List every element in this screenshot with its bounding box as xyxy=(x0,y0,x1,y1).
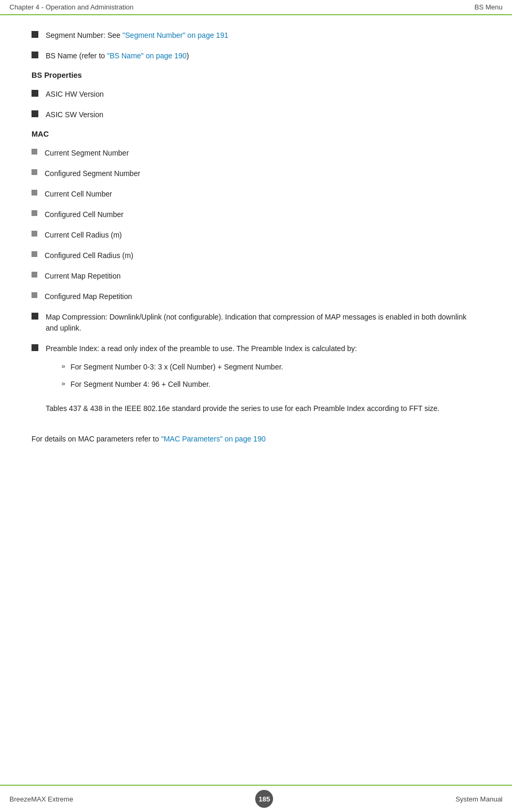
sub-bullet-text: For Segment Number 4: 96 + Cell Number. xyxy=(70,379,211,390)
arrow-icon: » xyxy=(61,362,65,370)
list-item: ASIC HW Version xyxy=(32,89,480,100)
bullet-icon xyxy=(32,272,37,277)
bullet-icon xyxy=(32,149,37,155)
header-right: BS Menu xyxy=(475,3,503,11)
list-item: Configured Map Repetition xyxy=(32,291,480,302)
list-item: Current Cell Radius (m) xyxy=(32,230,480,241)
list-item: Current Segment Number xyxy=(32,148,480,159)
bullet-text: Configured Map Repetition xyxy=(45,291,132,302)
mac-refer-paragraph: For details on MAC parameters refer to "… xyxy=(32,433,480,445)
list-item: Preamble Index: a read only index of the… xyxy=(32,343,480,424)
mac-refer-link[interactable]: "MAC Parameters" on page 190 xyxy=(161,435,266,443)
header-bar: Chapter 4 - Operation and Administration… xyxy=(0,0,512,15)
bullet-icon xyxy=(32,31,38,38)
header-left: Chapter 4 - Operation and Administration xyxy=(9,3,133,11)
bullet-icon xyxy=(32,210,37,216)
segment-number-text-before: Segment Number: See xyxy=(46,31,122,39)
bullet-icon xyxy=(32,231,37,237)
footer-bar: BreezeMAX Extreme 185 System Manual xyxy=(0,785,512,812)
bullet-text: Configured Segment Number xyxy=(45,168,140,179)
bullet-icon xyxy=(32,52,38,58)
bullet-icon xyxy=(32,110,38,117)
list-item: Segment Number: See "Segment Number" on … xyxy=(32,30,480,41)
list-item: BS Name (refer to "BS Name" on page 190) xyxy=(32,50,480,61)
bullet-text: Configured Cell Radius (m) xyxy=(45,250,133,261)
bullet-text: Segment Number: See "Segment Number" on … xyxy=(46,30,228,41)
bullet-text: Current Cell Radius (m) xyxy=(45,230,122,241)
bullet-icon xyxy=(32,344,38,351)
sub-list-item: » For Segment Number 4: 96 + Cell Number… xyxy=(46,379,440,390)
list-item: Current Cell Number xyxy=(32,189,480,200)
list-item: Current Map Repetition xyxy=(32,271,480,282)
bullet-text: Configured Cell Number xyxy=(45,209,123,220)
list-item: ASIC SW Version xyxy=(32,109,480,120)
bullet-text: Map Compression: Downlink/Uplink (not co… xyxy=(46,312,480,334)
bullet-icon xyxy=(32,169,37,175)
bullet-icon xyxy=(32,190,37,196)
bullet-text: Preamble Index: a read only index of the… xyxy=(46,343,440,354)
list-item: Configured Cell Number xyxy=(32,209,480,220)
footer-right: System Manual xyxy=(455,795,503,803)
preamble-paragraph: Tables 437 & 438 in the IEEE 802.16e sta… xyxy=(46,403,440,414)
bullet-text: ASIC HW Version xyxy=(46,89,103,100)
sub-bullet-text: For Segment Number 0-3: 3 x (Cell Number… xyxy=(70,362,283,373)
bs-name-link[interactable]: "BS Name" on page 190 xyxy=(107,52,187,60)
bullet-text: Current Cell Number xyxy=(45,189,112,200)
bullet-text: ASIC SW Version xyxy=(46,109,103,120)
bullet-icon xyxy=(32,90,38,97)
list-item: Configured Cell Radius (m) xyxy=(32,250,480,261)
bullet-icon xyxy=(32,313,38,320)
list-item: Configured Segment Number xyxy=(32,168,480,179)
bullet-icon xyxy=(32,292,37,298)
page-number-badge: 185 xyxy=(255,790,273,808)
segment-number-link[interactable]: "Segment Number" on page 191 xyxy=(122,31,228,39)
bs-name-text-before: BS Name (refer to xyxy=(46,52,107,60)
sub-list-item: » For Segment Number 0-3: 3 x (Cell Numb… xyxy=(46,362,440,373)
bullet-icon xyxy=(32,251,37,257)
bullet-text: BS Name (refer to "BS Name" on page 190) xyxy=(46,50,189,61)
bullet-text: Current Segment Number xyxy=(45,148,129,159)
bs-name-text-after: ) xyxy=(186,52,189,60)
main-content: Segment Number: See "Segment Number" on … xyxy=(0,15,512,486)
mac-heading: MAC xyxy=(32,130,480,138)
footer-left: BreezeMAX Extreme xyxy=(9,795,73,803)
arrow-icon: » xyxy=(61,379,65,387)
bs-properties-heading: BS Properties xyxy=(32,71,480,79)
mac-refer-text-before: For details on MAC parameters refer to xyxy=(32,435,161,443)
bullet-text: Current Map Repetition xyxy=(45,271,121,282)
list-item: Map Compression: Downlink/Uplink (not co… xyxy=(32,312,480,334)
